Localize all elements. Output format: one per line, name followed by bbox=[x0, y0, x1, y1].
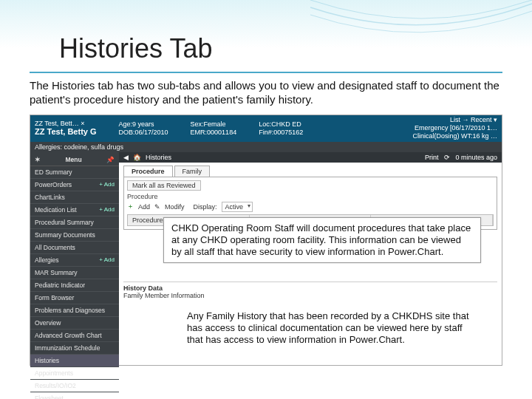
procedure-section-label: Procedure bbox=[127, 193, 494, 200]
left-sidebar: ✶ Menu 📌 ED SummaryPowerOrders+ AddChart… bbox=[30, 152, 119, 365]
sidebar-item[interactable]: Flowsheet bbox=[30, 392, 119, 400]
sidebar-item-label: All Documents bbox=[35, 244, 75, 251]
sidebar-item[interactable]: PowerOrders+ Add bbox=[30, 179, 119, 191]
patient-banner: ZZ Test, Bett… × ZZ Test, Betty G Age:9 … bbox=[30, 115, 502, 142]
sidebar-item[interactable]: Immunization Schedule bbox=[30, 342, 119, 355]
sidebar-item-label: ChartLinks bbox=[35, 194, 65, 201]
recent-dropdown[interactable]: List → Recent ▾ bbox=[412, 116, 497, 124]
sidebar-item[interactable]: Results/IO/IO2 bbox=[30, 380, 119, 392]
sidebar-item-label: Flowsheet bbox=[35, 395, 64, 400]
tab-family[interactable]: Family bbox=[174, 166, 211, 177]
sidebar-item-label: MAR Summary bbox=[35, 269, 78, 276]
sidebar-add-link[interactable]: + Add bbox=[99, 206, 115, 213]
sidebar-item-label: PowerOrders bbox=[35, 181, 72, 188]
sidebar-item[interactable]: Pediatric Indicator bbox=[30, 279, 119, 292]
sidebar-item-label: Summary Documents bbox=[35, 231, 95, 239]
encounter-weight: Clinical(Dosing) WT:16 kg … bbox=[412, 132, 497, 140]
nav-back-icon[interactable]: ◀ bbox=[123, 154, 129, 161]
sidebar-item-label: Advanced Growth Chart bbox=[35, 332, 102, 339]
sidebar-item-label: Medication List bbox=[35, 206, 77, 214]
nav-home-icon[interactable]: 🏠 bbox=[133, 154, 141, 161]
callout-procedures: CHKD Operating Room Staff will document … bbox=[163, 217, 481, 264]
mrn-label: EMR:00001184 bbox=[191, 129, 237, 137]
sidebar-item[interactable]: Procedural Summary bbox=[30, 216, 119, 229]
add-button[interactable]: Add bbox=[138, 203, 150, 211]
sidebar-item[interactable]: All Documents bbox=[30, 242, 119, 254]
breadcrumb-bar: ◀ 🏠 Histories Print ⟳ 0 minutes ago bbox=[119, 152, 502, 163]
fin-label: Fin#:00075162 bbox=[259, 129, 303, 137]
sub-tabs: Procedure Family bbox=[119, 163, 502, 177]
sidebar-item[interactable]: Medication List+ Add bbox=[30, 204, 119, 216]
sidebar-item[interactable]: Allergies+ Add bbox=[30, 254, 119, 267]
sidebar-item-label: Pediatric Indicator bbox=[35, 282, 85, 289]
modify-button[interactable]: Modify bbox=[165, 203, 185, 211]
modify-icon[interactable]: ✎ bbox=[154, 203, 160, 211]
sidebar-item[interactable]: ED Summary bbox=[30, 166, 119, 179]
sidebar-item-label: Procedural Summary bbox=[35, 219, 94, 226]
sidebar-item[interactable]: Overview bbox=[30, 317, 119, 330]
history-data-label: History Data bbox=[123, 284, 497, 292]
loc-label: Loc:CHKD ED bbox=[259, 120, 303, 129]
sidebar-item-label: Overview bbox=[35, 319, 61, 327]
display-select[interactable]: Active bbox=[222, 202, 253, 212]
pin-icon[interactable]: 📌 bbox=[106, 156, 115, 163]
sidebar-item[interactable]: MAR Summary bbox=[30, 267, 119, 279]
mark-reviewed-button[interactable]: Mark all as Reviewed bbox=[127, 180, 201, 191]
sidebar-add-link[interactable]: + Add bbox=[99, 181, 115, 188]
sidebar-item[interactable]: Summary Documents bbox=[30, 229, 119, 242]
sidebar-item[interactable]: Appointments bbox=[30, 367, 119, 380]
add-icon[interactable]: ＋ bbox=[127, 202, 134, 211]
sidebar-add-link[interactable]: + Add bbox=[99, 256, 115, 263]
sex-label: Sex:Female bbox=[191, 120, 237, 129]
refresh-meta: 0 minutes ago bbox=[455, 154, 497, 161]
sidebar-item[interactable]: Form Browser bbox=[30, 292, 119, 304]
allergies-bar: Allergies: codeine, sulfa drugs bbox=[30, 142, 502, 152]
sidebar-item-label: Allergies bbox=[35, 256, 59, 264]
print-link[interactable]: Print bbox=[425, 154, 439, 161]
display-label: Display: bbox=[194, 203, 217, 211]
patient-name: ZZ Test, Betty G bbox=[35, 127, 97, 137]
decorative-swoosh bbox=[310, 0, 532, 52]
encounter-type: Emergency [06/17/2010 1… bbox=[412, 124, 497, 132]
sidebar-item-label: ED Summary bbox=[35, 168, 72, 176]
sidebar-item-label: Problems and Diagnoses bbox=[35, 307, 105, 314]
sidebar-item-label: Appointments bbox=[35, 369, 73, 377]
sidebar-item[interactable]: Problems and Diagnoses bbox=[30, 304, 119, 317]
family-member-info-label: Family Member Information bbox=[123, 292, 497, 299]
sidebar-item[interactable]: ChartLinks bbox=[30, 191, 119, 204]
app-screenshot: ZZ Test, Bett… × ZZ Test, Betty G Age:9 … bbox=[30, 115, 502, 366]
sidebar-item-label: Results/IO/IO2 bbox=[35, 382, 76, 389]
history-data-section: History Data Family Member Information bbox=[123, 282, 497, 299]
patient-tab[interactable]: ZZ Test, Bett… × bbox=[35, 120, 97, 128]
sidebar-item[interactable]: Histories bbox=[30, 355, 119, 367]
sidebar-item-label: Histories bbox=[35, 357, 59, 364]
age-label: Age:9 years bbox=[119, 120, 168, 129]
sidebar-item-label: Form Browser bbox=[35, 294, 74, 301]
menu-icon[interactable]: ✶ bbox=[35, 156, 41, 163]
dob-label: DOB:06/17/2010 bbox=[119, 129, 168, 137]
callout-family-history: Any Family History that has been recorde… bbox=[180, 306, 482, 351]
sidebar-header: Menu bbox=[65, 156, 81, 163]
tab-procedure[interactable]: Procedure bbox=[123, 166, 173, 177]
slide-body-text: The Histories tab has two sub-tabs and a… bbox=[30, 79, 502, 107]
sidebar-item-label: Immunization Schedule bbox=[35, 344, 100, 352]
breadcrumb-title: Histories bbox=[146, 154, 171, 161]
sidebar-item[interactable]: Advanced Growth Chart bbox=[30, 330, 119, 342]
